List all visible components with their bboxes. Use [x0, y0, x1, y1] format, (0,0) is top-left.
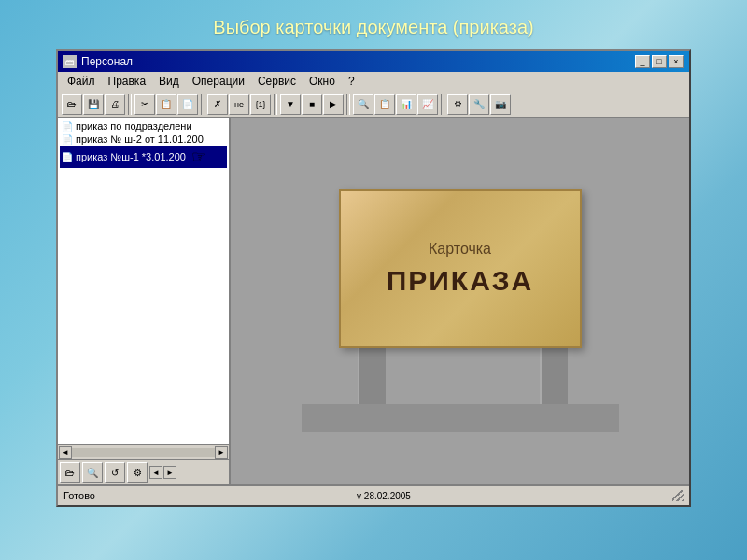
left-panel: 📄 приказ по подразделени 📄 приказ № ш-2 … [58, 118, 231, 484]
minimize-button[interactable]: _ [635, 55, 650, 68]
close-button[interactable]: × [669, 55, 684, 68]
billboard-scene: Карточка ПРИКАЗА [302, 171, 619, 432]
status-text: Готово [63, 490, 95, 501]
application-window: 🗃 Персонал _ □ × Файл Правка Вид Операци… [56, 49, 691, 507]
panel-btn-refresh[interactable]: ↺ [105, 462, 125, 483]
panel-btn-folder[interactable]: 🗁 [60, 462, 80, 483]
menu-window[interactable]: Окно [303, 74, 341, 89]
tree-icon-0: 📄 [62, 121, 73, 132]
toolbar-sep-5 [441, 94, 444, 115]
toolbar-btn-8[interactable]: 📋 [374, 94, 395, 115]
version-text: v 28.02.2005 [357, 491, 411, 501]
toolbar-btn-7[interactable]: 🔍 [353, 94, 374, 115]
tree-icon-1: 📄 [62, 134, 73, 145]
toolbar: 🗁 💾 🖨 ✂ 📋 📄 ✗ не {1} ▼ ■ ▶ 🔍 📋 📊 📈 ⚙ 🔧 📷 [58, 91, 689, 118]
toolbar-btn-2[interactable]: 💾 [83, 94, 104, 115]
maximize-button[interactable]: □ [652, 55, 667, 68]
horizontal-scrollbar[interactable]: ◄ ► [58, 444, 229, 459]
scroll-track [72, 448, 215, 457]
cursor-hand-icon: ☞ [191, 147, 206, 167]
menu-view[interactable]: Вид [153, 74, 185, 89]
ground-strip [302, 404, 619, 432]
toolbar-btn-num[interactable]: {1} [250, 94, 271, 115]
billboard-board: Карточка ПРИКАЗА [339, 189, 582, 348]
page-title: Выбор карточки документа (приказа) [213, 17, 533, 38]
toolbar-sep-3 [274, 94, 277, 115]
menu-help[interactable]: ? [343, 74, 360, 89]
toolbar-btn-copy[interactable]: 📋 [156, 94, 176, 115]
toolbar-btn-9[interactable]: 📊 [396, 94, 416, 115]
toolbar-btn-paste[interactable]: 📄 [177, 94, 198, 115]
tree-item-1[interactable]: 📄 приказ № ш-2 от 11.01.200 [60, 133, 227, 146]
tree-area[interactable]: 📄 приказ по подразделени 📄 приказ № ш-2 … [58, 118, 229, 444]
tree-text-0: приказ по подразделени [76, 120, 192, 132]
panel-btn-search[interactable]: 🔍 [82, 462, 103, 483]
tree-text-1: приказ № ш-2 от 11.01.200 [76, 133, 204, 145]
tree-icon-2: 📄 [62, 152, 73, 162]
toolbar-btn-x[interactable]: ✗ [207, 94, 228, 115]
toolbar-sep-1 [128, 94, 132, 115]
toolbar-btn-cut[interactable]: ✂ [134, 94, 155, 115]
nav-left-arrow[interactable]: ◄ [149, 466, 162, 479]
window-title: Персонал [81, 55, 133, 68]
resize-grip[interactable] [672, 490, 684, 501]
toolbar-sep-4 [346, 94, 350, 115]
toolbar-btn-10[interactable]: 📈 [417, 94, 438, 115]
tree-item-0[interactable]: 📄 приказ по подразделени [60, 119, 227, 133]
toolbar-btn-1[interactable]: 🗁 [62, 94, 82, 115]
billboard-subtitle: Карточка [429, 241, 491, 258]
toolbar-btn-6[interactable]: ▶ [323, 94, 344, 115]
menu-edit[interactable]: Правка [103, 74, 152, 89]
toolbar-btn-12[interactable]: 🔧 [469, 94, 489, 115]
main-area: 📄 приказ по подразделени 📄 приказ № ш-2 … [58, 118, 689, 484]
toolbar-btn-ne[interactable]: не [229, 94, 249, 115]
title-bar: 🗃 Персонал _ □ × [58, 51, 689, 72]
toolbar-sep-2 [201, 94, 204, 115]
toolbar-btn-13[interactable]: 📷 [490, 94, 511, 115]
menu-bar: Файл Правка Вид Операции Сервис Окно ? [58, 72, 689, 91]
billboard-title: ПРИКАЗА [387, 265, 534, 297]
toolbar-btn-11[interactable]: ⚙ [447, 94, 468, 115]
scroll-right-arrow[interactable]: ► [215, 446, 228, 459]
toolbar-btn-5[interactable]: ■ [302, 94, 322, 115]
menu-file[interactable]: Файл [62, 74, 101, 89]
panel-btn-settings[interactable]: ⚙ [127, 462, 148, 483]
nav-right-arrow[interactable]: ► [163, 466, 176, 479]
left-panel-bottom: 🗁 🔍 ↺ ⚙ ◄ ► [58, 459, 229, 484]
window-icon: 🗃 [63, 55, 77, 68]
toolbar-btn-3[interactable]: 🖨 [105, 94, 125, 115]
status-bar: Готово v 28.02.2005 [58, 484, 689, 505]
menu-service[interactable]: Сервис [252, 74, 302, 89]
right-panel: Карточка ПРИКАЗА [231, 118, 689, 484]
toolbar-btn-arrow[interactable]: ▼ [280, 94, 301, 115]
menu-operations[interactable]: Операции [187, 74, 250, 89]
scroll-left-arrow[interactable]: ◄ [59, 446, 72, 459]
tree-text-2: приказ №ш-1 *3.01.200 [76, 151, 186, 162]
tree-item-2[interactable]: 📄 приказ №ш-1 *3.01.200 ☞ [60, 146, 227, 168]
